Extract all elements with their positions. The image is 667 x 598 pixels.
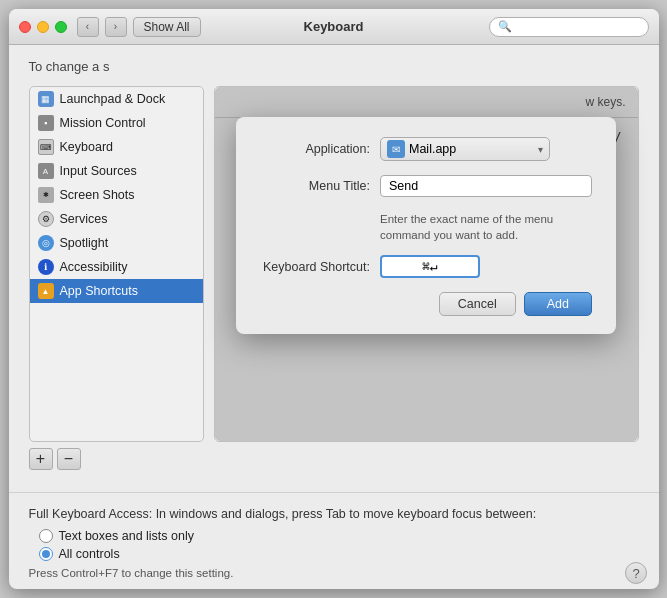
search-icon: 🔍: [498, 20, 512, 33]
sidebar-item-screenshots[interactable]: ✱ Screen Shots: [30, 183, 203, 207]
main-content: To change a s ▦ Launchpad & Dock ▪ Missi…: [9, 45, 659, 484]
sidebar-label-services: Services: [60, 212, 108, 226]
forward-button[interactable]: ›: [105, 17, 127, 37]
launchpad-icon: ▦: [38, 91, 54, 107]
remove-shortcut-button[interactable]: −: [57, 448, 81, 470]
sidebar-label-launchpad: Launchpad & Dock: [60, 92, 166, 106]
menu-title-label: Menu Title:: [260, 179, 380, 193]
menu-title-row: Menu Title:: [260, 175, 592, 197]
app-icon: ✉: [387, 140, 405, 158]
accessibility-icon: ℹ: [38, 259, 54, 275]
sidebar-label-screenshots: Screen Shots: [60, 188, 135, 202]
sidebar-label-keyboard: Keyboard: [60, 140, 114, 154]
sidebar-label-spotlight: Spotlight: [60, 236, 109, 250]
sidebar-label-mission: Mission Control: [60, 116, 146, 130]
minimize-button[interactable]: [37, 21, 49, 33]
input-icon: A: [38, 163, 54, 179]
main-window: ‹ › Show All Keyboard 🔍 To change a s ▦ …: [9, 9, 659, 589]
description-text: To change a s: [29, 59, 639, 74]
sidebar-label-app-shortcuts: App Shortcuts: [60, 284, 139, 298]
modal-buttons: Cancel Add: [260, 292, 592, 316]
radio-all-controls[interactable]: All controls: [39, 547, 639, 561]
add-remove-controls: + −: [29, 448, 639, 470]
keyboard-shortcut-label: Keyboard Shortcut:: [260, 260, 380, 274]
add-shortcut-button[interactable]: +: [29, 448, 53, 470]
window-title: Keyboard: [304, 19, 364, 34]
radio-text-only[interactable]: Text boxes and lists only: [39, 529, 639, 543]
radio-label-text-only: Text boxes and lists only: [59, 529, 195, 543]
sidebar-item-app-shortcuts[interactable]: ▲ App Shortcuts: [30, 279, 203, 303]
maximize-button[interactable]: [55, 21, 67, 33]
sidebar-item-services[interactable]: ⚙ Services: [30, 207, 203, 231]
close-button[interactable]: [19, 21, 31, 33]
radio-group: Text boxes and lists only All controls: [29, 529, 639, 561]
traffic-lights: [19, 21, 67, 33]
sidebar-item-keyboard[interactable]: ⌨ Keyboard: [30, 135, 203, 159]
show-all-button[interactable]: Show All: [133, 17, 201, 37]
services-icon: ⚙: [38, 211, 54, 227]
sidebar-item-input[interactable]: A Input Sources: [30, 159, 203, 183]
radio-circle-all-controls: [39, 547, 53, 561]
keyboard-shortcut-input[interactable]: [380, 255, 480, 278]
add-shortcut-modal: Application: ✉ Mail.app ▾ Menu Title:: [236, 117, 616, 334]
screen-icon: ✱: [38, 187, 54, 203]
sidebar: ▦ Launchpad & Dock ▪ Mission Control ⌨ K…: [29, 86, 204, 442]
radio-circle-text-only: [39, 529, 53, 543]
add-button[interactable]: Add: [524, 292, 592, 316]
application-select[interactable]: ✉ Mail.app ▾: [380, 137, 550, 161]
keyboard-icon: ⌨: [38, 139, 54, 155]
app-shortcuts-icon: ▲: [38, 283, 54, 299]
spotlight-icon: ◎: [38, 235, 54, 251]
hint-text: Press Control+F7 to change this setting.: [29, 567, 639, 579]
chevron-down-icon: ▾: [538, 144, 543, 155]
application-row: Application: ✉ Mail.app ▾: [260, 137, 592, 161]
application-label: Application:: [260, 142, 380, 156]
cancel-button[interactable]: Cancel: [439, 292, 516, 316]
help-button[interactable]: ?: [625, 562, 647, 584]
radio-label-all-controls: All controls: [59, 547, 120, 561]
titlebar: ‹ › Show All Keyboard 🔍: [9, 9, 659, 45]
sidebar-item-launchpad[interactable]: ▦ Launchpad & Dock: [30, 87, 203, 111]
sidebar-item-mission[interactable]: ▪ Mission Control: [30, 111, 203, 135]
sidebar-label-accessibility: Accessibility: [60, 260, 128, 274]
lower-section: Full Keyboard Access: In windows and dia…: [9, 492, 659, 589]
menu-title-input[interactable]: [380, 175, 592, 197]
mission-icon: ▪: [38, 115, 54, 131]
menu-title-hint: Enter the exact name of the menu command…: [380, 211, 592, 243]
application-value: Mail.app: [409, 142, 534, 156]
search-box: 🔍: [489, 17, 649, 37]
sidebar-item-spotlight[interactable]: ◎ Spotlight: [30, 231, 203, 255]
sidebar-item-accessibility[interactable]: ℹ Accessibility: [30, 255, 203, 279]
nav-controls: ‹ › Show All: [77, 17, 201, 37]
modal-overlay: Application: ✉ Mail.app ▾ Menu Title:: [215, 87, 638, 441]
sidebar-label-input: Input Sources: [60, 164, 137, 178]
keyboard-shortcut-row: Keyboard Shortcut:: [260, 255, 592, 278]
main-area: ▦ Launchpad & Dock ▪ Mission Control ⌨ K…: [29, 86, 639, 442]
right-panel: w keys. ⇧⌘/ Application: ✉: [214, 86, 639, 442]
lower-section-title: Full Keyboard Access: In windows and dia…: [29, 507, 639, 521]
back-button[interactable]: ‹: [77, 17, 99, 37]
